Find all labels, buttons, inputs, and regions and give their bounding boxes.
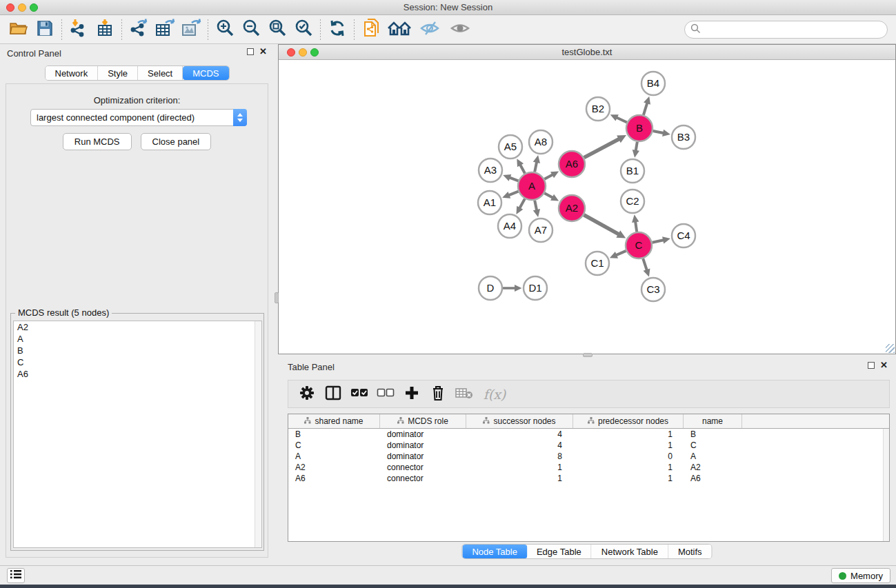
column-header-successor-nodes[interactable]: successor nodes (466, 414, 573, 428)
zoom-selected-button[interactable] (290, 17, 317, 42)
node-label-C2: C2 (626, 195, 639, 207)
select-all-rows-button[interactable] (346, 382, 372, 407)
graph-edge[interactable] (653, 240, 665, 243)
column-header-mcds-role[interactable]: MCDS role (380, 414, 466, 428)
export-network-button[interactable] (126, 17, 152, 42)
memory-button[interactable]: Memory (831, 568, 890, 583)
table-row[interactable]: Bdominator41B (288, 429, 889, 440)
run-mcds-button[interactable]: Run MCDS (63, 133, 132, 150)
graph-edge[interactable] (535, 161, 537, 172)
show-column-button[interactable] (320, 382, 346, 407)
network-close-button[interactable] (287, 48, 295, 57)
mcds-result-item[interactable]: A2 (14, 321, 261, 333)
table-row[interactable]: Cdominator41C (288, 440, 889, 451)
deselect-all-rows-button[interactable] (372, 382, 399, 407)
hide-selected-button[interactable] (415, 17, 445, 42)
network-minimize-button[interactable] (299, 48, 307, 57)
graph-edge[interactable] (615, 251, 626, 256)
show-all-button[interactable] (445, 17, 475, 42)
graph-edge[interactable] (544, 193, 553, 198)
close-window-button[interactable] (6, 3, 14, 12)
network-graph[interactable]: B4B2BB3A5A8A6B1A3AC2A1A2A4A7C4CC1C3DD1 (279, 60, 895, 354)
refresh-icon (328, 19, 346, 40)
tab-mcds[interactable]: MCDS (183, 66, 228, 80)
tab-network[interactable]: Network (45, 66, 98, 80)
graph-edge[interactable] (635, 221, 637, 232)
graph-edge[interactable] (653, 131, 664, 133)
float-panel-icon[interactable] (868, 362, 875, 369)
export-image-icon (181, 19, 201, 41)
window-resize-grip[interactable] (886, 344, 895, 353)
add-column-button[interactable] (399, 382, 425, 407)
zoom-fit-button[interactable] (264, 17, 290, 42)
toolbar-separator (354, 19, 355, 40)
zoom-window-button[interactable] (30, 3, 38, 12)
node-label-B4: B4 (647, 77, 659, 89)
minimize-window-button[interactable] (18, 3, 26, 12)
close-panel-button[interactable]: Close panel (141, 133, 212, 150)
export-image-button[interactable] (178, 17, 204, 42)
tab-style[interactable]: Style (98, 66, 138, 80)
mcds-result-item[interactable]: A6 (14, 368, 261, 380)
table-row[interactable]: A2connector11A2 (288, 462, 889, 473)
import-network-button[interactable] (66, 17, 92, 42)
node-table[interactable]: shared nameMCDS rolesuccessor nodesprede… (288, 414, 890, 542)
close-panel-icon[interactable]: ✕ (880, 362, 888, 369)
show-panels-button[interactable] (7, 568, 25, 583)
graph-edge[interactable] (584, 215, 619, 235)
graph-edge[interactable] (519, 199, 525, 209)
column-header-name[interactable]: name (684, 414, 742, 428)
graph-edge[interactable] (508, 192, 519, 196)
network-window-titlebar[interactable]: testGlobe.txt (279, 45, 895, 60)
graph-edge[interactable] (584, 139, 620, 158)
mcds-result-item[interactable]: A (14, 333, 261, 345)
graph-edge[interactable] (509, 177, 519, 181)
refresh-view-button[interactable] (324, 17, 350, 42)
export-table-icon (155, 19, 175, 41)
save-session-button[interactable] (32, 17, 58, 42)
delete-table-button[interactable] (451, 382, 477, 407)
table-settings-button[interactable] (294, 382, 320, 407)
node-label-B3: B3 (677, 131, 690, 143)
import-table-button[interactable] (92, 17, 118, 42)
graph-edge[interactable] (616, 117, 627, 122)
node-label-A5: A5 (504, 141, 517, 152)
graph-edge[interactable] (535, 201, 537, 211)
toolbar-search-box[interactable] (684, 21, 888, 39)
mcds-result-list[interactable]: A2ABCA6 (13, 321, 262, 548)
open-session-button[interactable] (6, 17, 32, 42)
tab-edge-table[interactable]: Edge Table (527, 545, 592, 558)
scrollbar-track[interactable] (883, 429, 889, 541)
vertical-splitter-handle[interactable] (275, 292, 279, 303)
graph-edge[interactable] (544, 174, 553, 179)
network-zoom-button[interactable] (310, 48, 319, 57)
delete-column-button[interactable] (425, 382, 451, 407)
scrollbar-track[interactable] (255, 321, 261, 547)
first-neighbors-button[interactable] (384, 17, 415, 42)
mcds-result-item[interactable]: B (14, 345, 261, 356)
tab-node-table[interactable]: Node Table (462, 545, 527, 558)
search-input[interactable] (704, 23, 887, 37)
network-canvas[interactable]: B4B2BB3A5A8A6B1A3AC2A1A2A4A7C4CC1C3DD1 (279, 60, 895, 354)
column-header-predecessor-nodes[interactable]: predecessor nodes (573, 414, 684, 428)
graph-edge[interactable] (520, 164, 525, 174)
mcds-result-item[interactable]: C (14, 356, 261, 368)
zoom-in-button[interactable] (212, 17, 238, 42)
close-panel-icon[interactable]: ✕ (259, 48, 267, 55)
graph-edge[interactable] (643, 258, 647, 271)
zoom-out-button[interactable] (238, 17, 264, 42)
graph-edge[interactable] (636, 142, 637, 152)
export-table-button[interactable] (152, 17, 178, 42)
table-row[interactable]: Adominator80A (288, 451, 889, 462)
column-header-shared-name[interactable]: shared name (288, 414, 380, 428)
trash-icon (431, 385, 445, 404)
tab-motifs[interactable]: Motifs (668, 545, 712, 558)
function-builder-button[interactable]: f(x) (477, 382, 510, 407)
optimization-criterion-dropdown[interactable]: largest connected component (directed) (30, 109, 247, 126)
tab-select[interactable]: Select (138, 66, 183, 80)
graph-edge[interactable] (644, 102, 648, 115)
float-panel-icon[interactable] (247, 48, 254, 55)
tab-network-table[interactable]: Network Table (592, 545, 668, 558)
table-row[interactable]: A6connector11A6 (288, 473, 889, 484)
new-network-from-selection-button[interactable] (358, 17, 384, 42)
